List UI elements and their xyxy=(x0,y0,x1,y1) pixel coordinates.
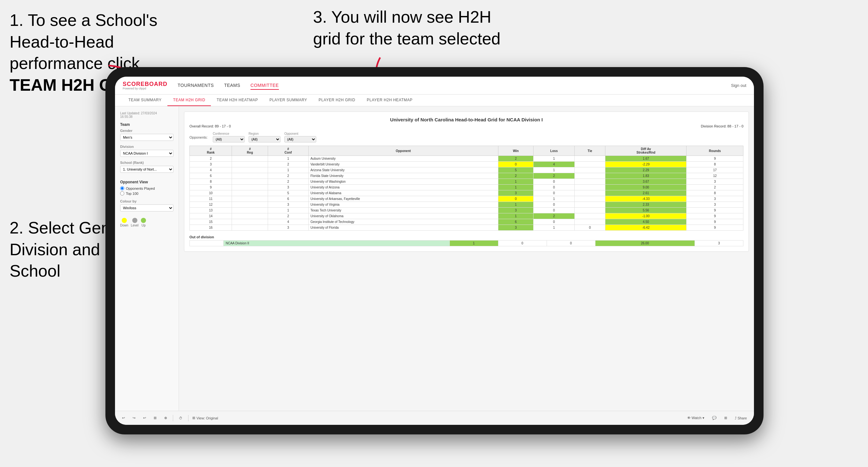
color-dot-level xyxy=(132,218,137,223)
table-row: 13 1 Texas Tech University 3 0 5.56 9 xyxy=(190,208,743,213)
sub-nav-player-summary[interactable]: PLAYER SUMMARY xyxy=(264,95,313,106)
region-filter: Region (All) xyxy=(249,132,280,143)
right-content: University of North Carolina Head-to-Hea… xyxy=(179,106,754,411)
region-select[interactable]: (All) xyxy=(249,136,280,143)
nav-item-teams[interactable]: TEAMS xyxy=(224,82,240,90)
sub-nav-team-h2h-heatmap[interactable]: TEAM H2H HEATMAP xyxy=(211,95,264,106)
nav-item-tournaments[interactable]: TOURNAMENTS xyxy=(178,82,214,90)
cell-conf: 1 xyxy=(268,208,308,213)
h2h-title: University of North Carolina Head-to-Hea… xyxy=(189,117,743,122)
out-div-diff: 26.00 xyxy=(595,241,694,246)
cell-conf: 3 xyxy=(268,225,308,230)
cell-diff: 5.56 xyxy=(606,208,686,213)
cell-opponent: Texas Tech University xyxy=(308,208,498,213)
toolbar-view: ⊞ View: Original xyxy=(192,416,218,420)
sub-nav-player-h2h-heatmap[interactable]: PLAYER H2H HEATMAP xyxy=(361,95,418,106)
color-legend: Down Level Up xyxy=(120,218,174,227)
cell-rank: 13 xyxy=(190,208,232,213)
instruction-step3-text: 3. You will now see H2H grid for the tea… xyxy=(313,8,501,48)
toolbar-view-label[interactable]: View: Original xyxy=(196,416,218,420)
table-row: 16 3 University of Florida 3 1 0 -6.42 9 xyxy=(190,225,743,230)
nav-item-committee[interactable]: COMMITTEE xyxy=(250,82,279,90)
cell-rank: 9 xyxy=(190,185,232,190)
toolbar-comment[interactable]: 💬 xyxy=(710,415,718,421)
division-select[interactable]: NCAA Division I NCAA Division II NCAA Di… xyxy=(120,150,174,157)
cell-win: 3 xyxy=(498,225,533,230)
cell-rounds: 9 xyxy=(686,213,743,219)
overall-record: Overall Record: 89 - 17 - 0 xyxy=(189,124,231,128)
gender-select[interactable]: Men's Women's xyxy=(120,134,174,141)
nav-items: TOURNAMENTS TEAMS COMMITTEE xyxy=(178,82,731,90)
toolbar-watch[interactable]: 👁 Watch ▾ xyxy=(685,415,706,421)
col-opponent: Opponent xyxy=(308,146,498,156)
cell-conf: 4 xyxy=(268,219,308,225)
out-of-division-label: Out of division xyxy=(189,235,743,239)
sub-nav: TEAM SUMMARY TEAM H2H GRID TEAM H2H HEAT… xyxy=(115,95,754,106)
toolbar-share[interactable]: ⤴ Share xyxy=(733,415,749,421)
left-panel: Last Updated: 27/03/202416:55:38 Team Ge… xyxy=(115,106,179,411)
tablet-frame: SCOREBOARD Powered by clippd TOURNAMENTS… xyxy=(105,67,764,434)
toolbar-clock[interactable]: ⏱ xyxy=(177,415,184,421)
toolbar-back[interactable]: ↩ xyxy=(141,415,148,421)
opponent-select[interactable]: (All) xyxy=(284,136,316,143)
cell-win: 1 xyxy=(498,185,533,190)
cell-conf: 5 xyxy=(268,190,308,196)
toolbar-grid2[interactable]: ⊞ xyxy=(722,415,729,421)
opponent-filter: Opponent (All) xyxy=(284,132,316,143)
cell-opponent: Auburn University xyxy=(308,156,498,162)
cell-win: 0 xyxy=(498,196,533,202)
cell-opponent: University of Arizona xyxy=(308,185,498,190)
radio-top100[interactable]: Top 100 xyxy=(120,191,174,195)
color-dot-down xyxy=(122,218,127,223)
sub-nav-team-h2h-grid[interactable]: TEAM H2H GRID xyxy=(167,95,211,106)
cell-conf: 3 xyxy=(268,202,308,208)
toolbar-undo[interactable]: ↩ xyxy=(120,415,127,421)
team-section-title: Team xyxy=(120,122,174,127)
cell-rounds: 3 xyxy=(686,196,743,202)
logo-sub: Powered by clippd xyxy=(123,87,167,90)
cell-loss: 2 xyxy=(533,213,575,219)
conf-select[interactable]: (All) xyxy=(213,136,245,143)
cell-rank: 14 xyxy=(190,213,232,219)
sub-nav-team-summary[interactable]: TEAM SUMMARY xyxy=(123,95,167,106)
last-updated: Last Updated: 27/03/202416:55:38 xyxy=(120,112,174,119)
sub-nav-player-h2h-grid[interactable]: PLAYER H2H GRID xyxy=(313,95,361,106)
toolbar-redo[interactable]: ↪ xyxy=(131,415,137,421)
cell-diff: -6.42 xyxy=(606,225,686,230)
cell-conf: 1 xyxy=(268,156,308,162)
toolbar-paste[interactable]: ⊕ xyxy=(162,415,169,421)
logo-text: SCOREBOARD xyxy=(123,81,167,87)
cell-rounds: 17 xyxy=(686,167,743,173)
color-dot-up xyxy=(141,218,146,223)
bottom-toolbar: ↩ ↪ ↩ ⊞ ⊕ ⏱ ⊞ View: Original 👁 Watch ▾ 💬… xyxy=(115,411,754,425)
radio-opponents-played[interactable]: Opponents Played xyxy=(120,186,174,190)
table-row: 4 1 Arizona State University 5 1 2.29 17 xyxy=(190,167,743,173)
cell-loss: 1 xyxy=(533,167,575,173)
cell-win: 5 xyxy=(498,167,533,173)
school-select[interactable]: 1. University of Nort... xyxy=(120,166,174,173)
cell-conf: 2 xyxy=(268,213,308,219)
logo-area: SCOREBOARD Powered by clippd xyxy=(123,81,167,90)
cell-loss: 1 xyxy=(533,156,575,162)
cell-opponent: University of Florida xyxy=(308,225,498,230)
cell-reg xyxy=(232,208,268,213)
conf-label: Conference xyxy=(213,132,245,135)
cell-tie xyxy=(575,167,605,173)
cell-win: 1 xyxy=(498,213,533,219)
table-row: 9 3 University of Arizona 1 0 9.00 2 xyxy=(190,185,743,190)
color-level: Level xyxy=(131,218,138,227)
color-down: Down xyxy=(120,218,128,227)
cell-tie xyxy=(575,202,605,208)
cell-tie xyxy=(575,219,605,225)
cell-rounds: 9 xyxy=(686,219,743,225)
colour-by-select[interactable]: Win/loss xyxy=(120,205,174,212)
cell-rank: 4 xyxy=(190,167,232,173)
cell-win: 0 xyxy=(498,162,533,167)
sign-out-link[interactable]: Sign out xyxy=(731,83,746,88)
table-row: 15 4 Georgia Institute of Technology 6 0… xyxy=(190,219,743,225)
out-of-division-table: NCAA Division II 1 0 0 26.00 3 xyxy=(189,240,743,246)
toolbar-copy[interactable]: ⊞ xyxy=(152,415,158,421)
cell-diff: 1.67 xyxy=(606,156,686,162)
school-label: School (Rank) xyxy=(120,161,174,164)
cell-rank: 2 xyxy=(190,156,232,162)
